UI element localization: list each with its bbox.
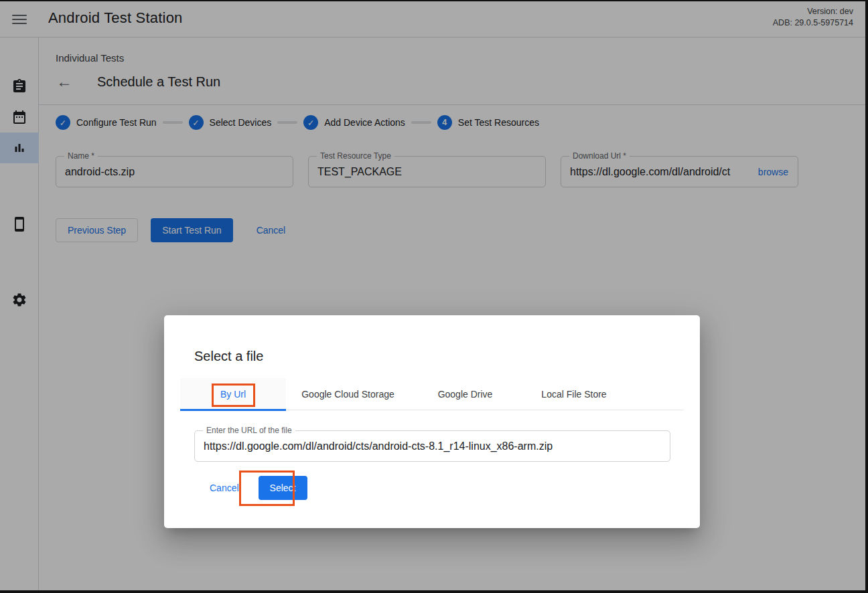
url-input[interactable]: [195, 440, 670, 452]
dialog-actions: Cancel Select: [204, 476, 684, 500]
dialog-select-button[interactable]: Select: [259, 476, 307, 500]
screenshot-frame-bottom: [0, 590, 868, 593]
dialog-cancel-button[interactable]: Cancel: [204, 476, 244, 500]
screenshot-frame-top: [0, 0, 868, 1]
dialog-title: Select a file: [194, 347, 684, 365]
tab-gdrive-label: Google Drive: [438, 389, 493, 400]
app-window: Android Test Station Version: dev ADB: 2…: [0, 0, 868, 593]
screenshot-frame-right: [865, 0, 868, 593]
url-input-label: Enter the URL of the file: [203, 426, 295, 435]
tab-by-url[interactable]: By Url: [180, 378, 286, 410]
tab-google-cloud-storage[interactable]: Google Cloud Storage: [286, 378, 410, 410]
tab-local-label: Local File Store: [541, 389, 606, 400]
dialog-tabs: By Url Google Cloud Storage Google Drive…: [180, 378, 684, 410]
active-tab-ink-bar: [180, 409, 286, 411]
tab-gcs-label: Google Cloud Storage: [301, 389, 394, 400]
tab-google-drive[interactable]: Google Drive: [410, 378, 520, 410]
url-input-field: Enter the URL of the file: [194, 430, 670, 462]
select-file-dialog: Select a file By Url Google Cloud Storag…: [164, 315, 700, 528]
tab-local-file-store[interactable]: Local File Store: [520, 378, 628, 410]
tab-by-url-label: By Url: [220, 389, 246, 400]
